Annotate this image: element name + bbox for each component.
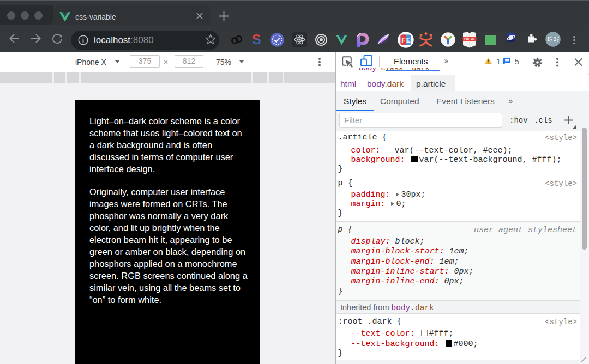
svg-text:F: F	[401, 36, 405, 44]
svg-text:PDF JS: PDF JS	[464, 37, 474, 40]
svg-text:E: E	[406, 36, 410, 44]
